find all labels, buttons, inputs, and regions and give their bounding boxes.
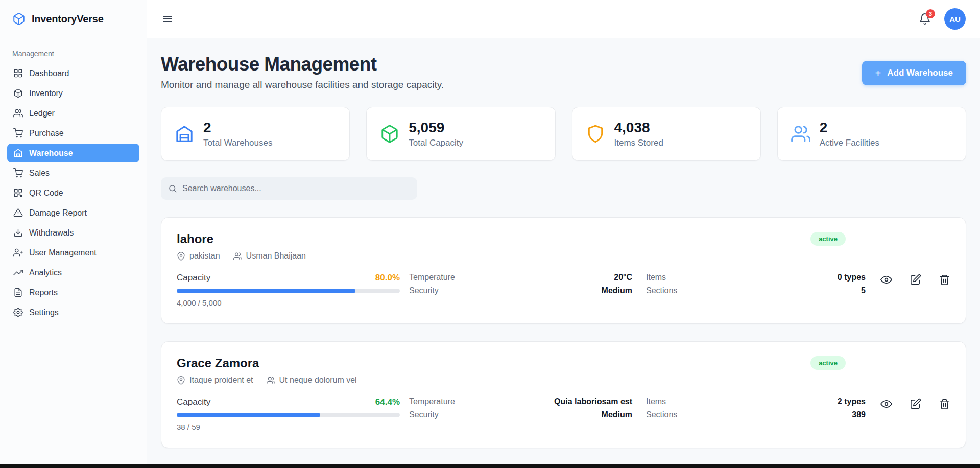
edit-button[interactable]	[910, 274, 921, 286]
sidebar-item-label: Settings	[29, 308, 59, 317]
sidebar-item-reports[interactable]: Reports	[7, 283, 139, 302]
environment-column: Temperature 20°C Security Medium	[409, 273, 632, 299]
nav-section-label: Management	[0, 38, 147, 63]
add-warehouse-button[interactable]: + Add Warehouse	[862, 61, 966, 85]
trending-up-icon	[13, 268, 23, 277]
warehouse-stats-grid: Capacity 64.4% 38 / 59 Temperature Quia …	[177, 397, 950, 431]
map-pin-icon	[177, 376, 185, 385]
avatar[interactable]: AU	[944, 8, 966, 30]
download-icon	[13, 228, 23, 238]
inventory-column: Items 2 types Sections 389	[646, 397, 866, 424]
capacity-column: Capacity 80.0% 4,000 / 5,000	[177, 273, 400, 307]
app-title: InventoryVerse	[32, 13, 104, 25]
view-button[interactable]	[880, 398, 892, 410]
dashboard-icon	[13, 68, 23, 78]
sidebar: InventoryVerse Management Dashboard Inve…	[0, 0, 147, 468]
security-value: Medium	[602, 410, 632, 419]
view-button[interactable]	[880, 274, 892, 286]
edit-button[interactable]	[910, 398, 921, 410]
stat-label: Items Stored	[614, 138, 663, 148]
items-label: Items	[646, 397, 666, 406]
warehouse-location: Itaque proident et	[177, 376, 253, 385]
warehouse-card: lahore active pakistan Usman Bhaijaan	[161, 217, 966, 324]
sidebar-item-label: Dashboard	[29, 69, 69, 78]
users-icon	[13, 108, 23, 118]
sidebar-item-settings[interactable]: Settings	[7, 303, 139, 322]
map-pin-icon	[177, 252, 185, 261]
stats-row: 2 Total Warehouses 5,059 Total Capacity …	[161, 107, 966, 161]
sidebar-item-user-management[interactable]: User Management	[7, 243, 139, 262]
sidebar-item-withdrawals[interactable]: Withdrawals	[7, 223, 139, 242]
stat-card-total-warehouses: 2 Total Warehouses	[161, 107, 350, 161]
notifications-button[interactable]: 3	[919, 13, 931, 25]
cart-icon	[13, 168, 23, 178]
eye-icon	[880, 398, 892, 410]
sidebar-item-label: Inventory	[29, 89, 63, 98]
hamburger-menu-button[interactable]	[161, 13, 174, 25]
sidebar-item-damage-report[interactable]: Damage Report	[7, 203, 139, 222]
stat-card-active-facilities: 2 Active Facilities	[777, 107, 966, 161]
stat-value: 4,038	[614, 120, 663, 136]
sidebar-item-ledger[interactable]: Ledger	[7, 104, 139, 123]
sidebar-item-label: Ledger	[29, 109, 55, 118]
stat-value: 5,059	[409, 120, 463, 136]
sidebar-item-analytics[interactable]: Analytics	[7, 263, 139, 282]
file-text-icon	[13, 288, 23, 297]
delete-button[interactable]	[939, 398, 950, 410]
delete-button[interactable]	[939, 274, 950, 286]
sidebar-item-warehouse[interactable]: Warehouse	[7, 144, 139, 162]
capacity-label: Capacity	[177, 273, 210, 283]
sidebar-item-label: Damage Report	[29, 208, 87, 218]
sidebar-item-label: Analytics	[29, 268, 62, 277]
warehouse-card-header: lahore active	[177, 232, 950, 246]
trash-icon	[939, 398, 950, 410]
sidebar-item-purchase[interactable]: Purchase	[7, 124, 139, 143]
capacity-progress-fill	[177, 413, 320, 417]
sidebar-item-inventory[interactable]: Inventory	[7, 84, 139, 103]
users-icon	[791, 124, 810, 144]
sections-label: Sections	[646, 286, 677, 295]
warehouse-name: Grace Zamora	[177, 356, 259, 370]
sections-value: 5	[861, 286, 866, 295]
temperature-label: Temperature	[409, 273, 455, 282]
items-value: 2 types	[838, 397, 866, 406]
stat-label: Total Warehouses	[203, 138, 272, 148]
shield-icon	[586, 124, 605, 144]
sections-label: Sections	[646, 410, 677, 419]
capacity-column: Capacity 64.4% 38 / 59	[177, 397, 400, 431]
search-input[interactable]	[182, 184, 410, 193]
capacity-progress-fill	[177, 289, 355, 293]
package-icon	[380, 124, 399, 144]
edit-pencil-icon	[910, 398, 921, 410]
temperature-value: Quia laboriosam est	[554, 397, 632, 406]
logo: InventoryVerse	[0, 0, 147, 38]
page-header-text: Warehouse Management Monitor and manage …	[161, 54, 444, 90]
warehouse-stats-grid: Capacity 80.0% 4,000 / 5,000 Temperature…	[177, 273, 950, 307]
card-actions	[880, 398, 950, 410]
cart-icon	[13, 128, 23, 138]
search-icon	[168, 184, 177, 193]
sidebar-item-qr-code[interactable]: QR Code	[7, 183, 139, 202]
card-actions	[880, 274, 950, 286]
sidebar-item-label: User Management	[29, 248, 97, 258]
stat-card-items-stored: 4,038 Items Stored	[572, 107, 761, 161]
sidebar-item-label: Purchase	[29, 129, 64, 138]
stat-text: 5,059 Total Capacity	[409, 120, 463, 148]
cube-logo-icon	[12, 12, 26, 26]
page-title: Warehouse Management	[161, 54, 444, 75]
warehouse-location: pakistan	[177, 251, 220, 261]
page-subtitle: Monitor and manage all warehouse facilit…	[161, 79, 444, 90]
sidebar-item-dashboard[interactable]: Dashboard	[7, 64, 139, 83]
stat-text: 2 Total Warehouses	[203, 120, 272, 148]
sidebar-item-label: Warehouse	[29, 149, 73, 158]
package-icon	[13, 88, 23, 98]
temperature-label: Temperature	[409, 397, 455, 406]
stat-card-total-capacity: 5,059 Total Capacity	[366, 107, 555, 161]
page-header: Warehouse Management Monitor and manage …	[161, 54, 966, 90]
sidebar-item-label: QR Code	[29, 189, 63, 198]
page-content: Warehouse Management Monitor and manage …	[147, 38, 980, 468]
stat-value: 2	[820, 120, 879, 136]
items-value: 0 types	[838, 273, 866, 282]
stat-text: 4,038 Items Stored	[614, 120, 663, 148]
sidebar-item-sales[interactable]: Sales	[7, 163, 139, 182]
